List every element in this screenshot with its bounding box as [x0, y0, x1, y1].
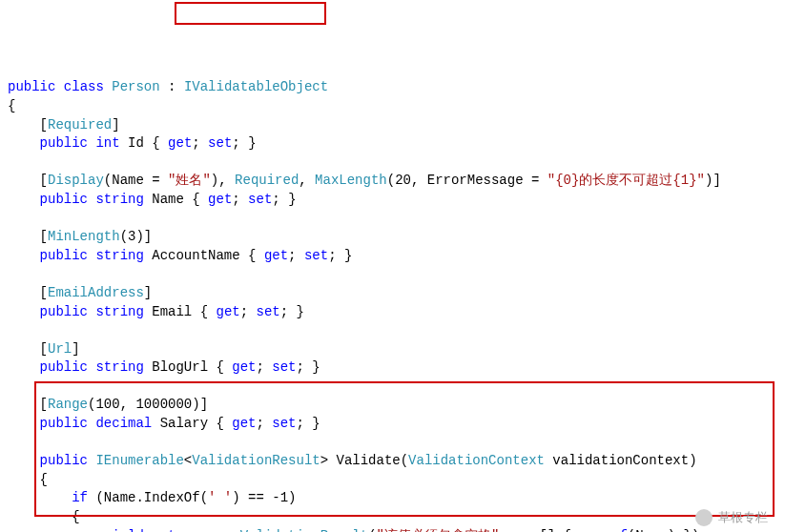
attr-required: Required [48, 117, 112, 133]
prop-name: Name { [144, 192, 208, 207]
punct: ; } [272, 192, 296, 207]
keyword-class: class [64, 79, 104, 94]
param-validationcontext: validationContext) [545, 453, 697, 468]
prop-email: Email { [144, 304, 217, 319]
prop-id: Id { [120, 135, 168, 151]
attr-maxlength: MaxLength [315, 173, 387, 188]
keyword-public: public [40, 416, 88, 431]
keyword-int: int [95, 135, 119, 151]
indent [8, 416, 40, 431]
attr-display: Display [48, 173, 104, 188]
watermark-text: 草根专栏 [718, 509, 768, 526]
type-ienumerable: IEnumerable [95, 453, 183, 468]
punct: ; [192, 135, 208, 151]
attr-range: Range [48, 397, 88, 412]
colon: : [160, 79, 184, 94]
punct: ; [256, 416, 272, 431]
punct: [ [8, 341, 48, 357]
punct: ] [144, 285, 152, 300]
indent [8, 490, 72, 505]
string-name: "姓名" [168, 173, 211, 188]
punct: [ [8, 229, 48, 244]
brace-open: { [8, 98, 15, 113]
keyword-get: get [168, 135, 192, 151]
code-block: public class Person : IValidatableObject… [8, 78, 777, 532]
keyword-new: new [515, 528, 539, 532]
punct: ; [240, 304, 257, 319]
punct: [] { [539, 528, 579, 532]
punct: (100, 1000000)] [88, 397, 208, 412]
punct: (3)] [120, 229, 153, 244]
indent [8, 304, 40, 319]
punct: [ [8, 397, 48, 412]
char-space: ' ' [208, 490, 232, 505]
attr-url: Url [48, 341, 72, 357]
keyword-set: set [272, 416, 296, 431]
cond-end: ) == -1) [232, 490, 296, 505]
indent [8, 248, 40, 263]
keyword-set: set [304, 248, 328, 263]
punct: ; } [328, 248, 352, 263]
punct: ; [288, 248, 304, 263]
indent [8, 192, 40, 207]
punct: ; [232, 192, 248, 207]
keyword-public: public [40, 192, 88, 207]
indent [8, 528, 104, 532]
punct: ; } [232, 135, 256, 151]
indent [8, 135, 40, 151]
keyword-string: string [95, 359, 143, 375]
watermark-avatar-icon [695, 509, 713, 526]
type-person: Person [112, 79, 159, 94]
keyword-new: new [208, 528, 232, 532]
prop-blogurl: BlogUrl { [144, 359, 232, 375]
attr-minlength: MinLength [48, 229, 120, 244]
attr-required: Required [235, 173, 299, 188]
keyword-get: get [264, 248, 288, 263]
keyword-public: public [40, 359, 88, 375]
punct: ; } [280, 304, 304, 319]
punct: [ [8, 285, 48, 300]
indent [8, 453, 40, 468]
keyword-get: get [232, 359, 256, 375]
keyword-public: public [40, 304, 88, 319]
punct: (Name) }); [628, 528, 708, 532]
punct: ( [368, 528, 376, 532]
keyword-public: public [40, 135, 88, 151]
punct: , [299, 173, 315, 188]
keyword-public: public [40, 248, 88, 263]
keyword-public: public [8, 79, 55, 94]
keyword-decimal: decimal [95, 416, 152, 431]
punct: , [499, 528, 515, 532]
brace-open: { [8, 509, 80, 524]
punct: ), [211, 173, 235, 188]
indent [8, 359, 40, 375]
punct: [ [8, 173, 48, 188]
keyword-get: get [216, 304, 239, 319]
punct: ; [257, 359, 273, 375]
punct: ; } [297, 416, 320, 431]
type-validationresult: ValidationResult [240, 528, 368, 532]
punct: ] [112, 117, 119, 133]
string-errmsg: "{0}的长度不可超过{1}" [547, 173, 705, 188]
string-msg: "该值必须包含空格" [377, 528, 500, 532]
watermark: 草根专栏 [695, 509, 768, 526]
attr-emailaddress: EmailAddress [48, 285, 144, 300]
punct: < [184, 453, 192, 468]
punct: (Name = [104, 173, 168, 188]
punct: (20, ErrorMessage = [387, 173, 547, 188]
keyword-string: string [95, 304, 143, 319]
keyword-set: set [248, 192, 272, 207]
punct: ] [72, 341, 79, 357]
keyword-set: set [272, 359, 296, 375]
keyword-string: string [95, 248, 143, 263]
keyword-get: get [232, 416, 256, 431]
type-validationresult: ValidationResult [192, 453, 320, 468]
keyword-string: string [95, 192, 143, 207]
keyword-set: set [257, 304, 280, 319]
punct: )] [705, 173, 721, 188]
keyword-nameof: nameof [579, 528, 627, 532]
highlight-box-interface [175, 2, 326, 25]
punct: [ [8, 117, 48, 133]
prop-accountname: AccountName { [144, 248, 264, 263]
keyword-yield: yield [104, 528, 144, 532]
